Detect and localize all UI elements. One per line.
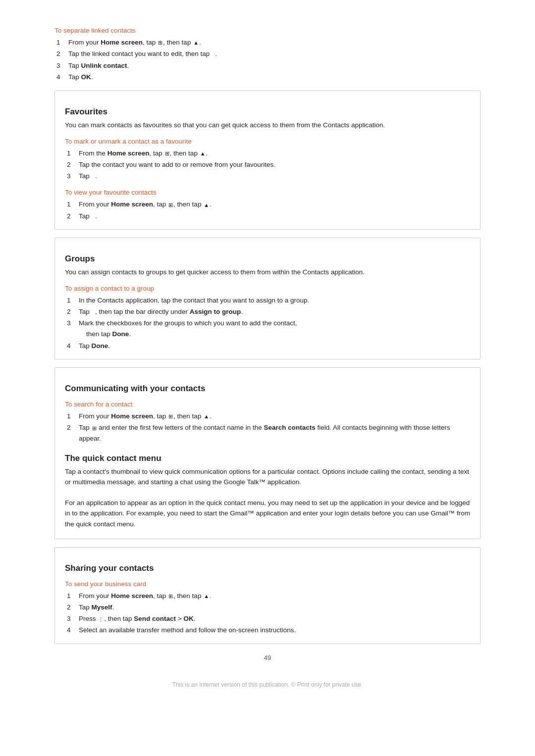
step-item: 2Tap the linked contact you want to edit… [54, 49, 481, 59]
page-content: To separate linked contacts 1From your H… [54, 0, 481, 718]
step-item: 3Press ⋮, then tap Send contact > OK. [65, 613, 470, 624]
search-contact-steps: 1From your Home screen, tap ⊞, then tap … [65, 411, 470, 445]
grid-icon: ⊞ [168, 592, 173, 601]
step-item: 3Tap Unlink contact. [54, 60, 481, 71]
page-number: 49 [54, 654, 481, 661]
step-item: 1In the Contacts application, tap the co… [65, 295, 470, 306]
grid-icon: ⊞ [158, 38, 162, 47]
step-item: 4Tap OK. [54, 72, 481, 83]
separate-linked-steps: 1From your Home screen, tap ⊞, then tap … [54, 37, 481, 83]
step-item: 1From your Home screen, tap ⊞, then tap … [54, 37, 481, 48]
favourites-intro: You can mark contacts as favourites so t… [65, 120, 470, 131]
assign-group-heading: To assign a contact to a group [65, 285, 470, 292]
communicating-section: Communicating with your contacts To sear… [54, 367, 481, 539]
view-favourite-heading: To view your favourite contacts [65, 189, 470, 196]
menu-icon: ⋮ [98, 615, 104, 624]
person-icon: ▲ [200, 149, 206, 158]
separate-linked-heading: To separate linked contacts [54, 27, 481, 34]
sharing-section: Sharing your contacts To send your busin… [54, 547, 481, 644]
assign-group-steps: 1In the Contacts application, tap the co… [65, 295, 470, 352]
favourites-heading: Favourites [65, 107, 470, 117]
send-business-card-heading: To send your business card [65, 580, 470, 588]
person-icon: ▲ [204, 412, 209, 421]
step-item: 1From your Home screen, tap ⊞, then tap … [65, 591, 470, 602]
quick-contact-heading: The quick contact menu [65, 454, 470, 463]
step-item: 2Tap Myself. [65, 602, 470, 613]
step-item: 1From your Home screen, tap ⊞, then tap … [65, 199, 470, 210]
step-item: 3Mark the checkboxes for the groups to w… [65, 318, 470, 340]
step-item: 4Select an available transfer method and… [65, 625, 470, 636]
quick-contact-para2: For an application to appear as an optio… [65, 498, 470, 530]
step-item: 2Tap . [65, 211, 470, 222]
communicating-heading: Communicating with your contacts [65, 384, 470, 394]
mark-favourite-steps: 1From the Home screen, tap ⊞, then tap ▲… [65, 148, 470, 182]
step-item: 3Tap . [65, 171, 470, 182]
grid-icon: ⊞ [92, 424, 97, 433]
groups-section: Groups You can assign contacts to groups… [54, 238, 481, 359]
step-item: 2Tap ⊞ and enter the first few letters o… [65, 422, 470, 445]
step-item: 2Tap the contact you want to add to or r… [65, 159, 470, 170]
groups-intro: You can assign contacts to groups to get… [65, 267, 470, 278]
step-item: 4Tap Done. [65, 341, 470, 352]
grid-icon: ⊞ [165, 149, 169, 158]
person-icon: ▲ [204, 201, 209, 209]
step-item: 1From the Home screen, tap ⊞, then tap ▲… [65, 148, 470, 159]
groups-heading: Groups [65, 254, 470, 264]
quick-contact-para1: Tap a contact's thumbnail to view quick … [65, 466, 470, 488]
view-favourite-steps: 1From your Home screen, tap ⊞, then tap … [65, 199, 470, 222]
grid-icon: ⊞ [168, 412, 173, 421]
send-business-card-steps: 1From your Home screen, tap ⊞, then tap … [65, 591, 470, 636]
person-icon: ▲ [204, 592, 209, 601]
page-footer: This is an Internet version of this publ… [54, 681, 481, 688]
person-icon: ▲ [193, 38, 199, 47]
step-item: 2Tap , then tap the bar directly under A… [65, 306, 470, 317]
search-contact-heading: To search for a contact [65, 401, 470, 408]
mark-favourite-heading: To mark or unmark a contact as a favouri… [65, 138, 470, 145]
sharing-heading: Sharing your contacts [65, 563, 470, 573]
step-item: 1From your Home screen, tap ⊞, then tap … [65, 411, 470, 422]
favourites-section: Favourites You can mark contacts as favo… [54, 91, 481, 230]
separate-linked-section: To separate linked contacts 1From your H… [54, 27, 481, 83]
grid-icon: ⊞ [168, 201, 173, 209]
